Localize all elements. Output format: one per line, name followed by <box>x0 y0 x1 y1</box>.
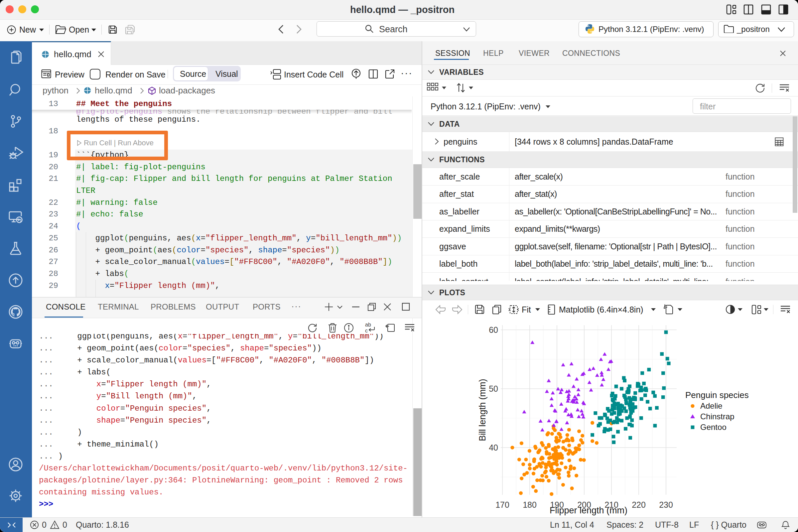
svg-text:ab: ab <box>365 322 371 327</box>
svg-text:60: 60 <box>489 325 498 335</box>
svg-text:Chinstrap: Chinstrap <box>700 412 735 421</box>
svg-text:Bill length (mm): Bill length (mm) <box>477 379 488 441</box>
svg-text:Adelie: Adelie <box>700 401 723 410</box>
svg-text:50: 50 <box>489 384 498 393</box>
svg-text:Penguin species: Penguin species <box>685 390 749 400</box>
svg-text:40: 40 <box>489 443 498 452</box>
svg-text:Flipper length (mm): Flipper length (mm) <box>550 506 627 515</box>
svg-text:Gentoo: Gentoo <box>700 423 726 432</box>
svg-text:220: 220 <box>632 500 646 509</box>
svg-text:170: 170 <box>495 500 509 509</box>
svg-text:230: 230 <box>659 500 673 509</box>
svg-text:c: c <box>365 328 368 334</box>
svg-text:180: 180 <box>523 500 537 509</box>
